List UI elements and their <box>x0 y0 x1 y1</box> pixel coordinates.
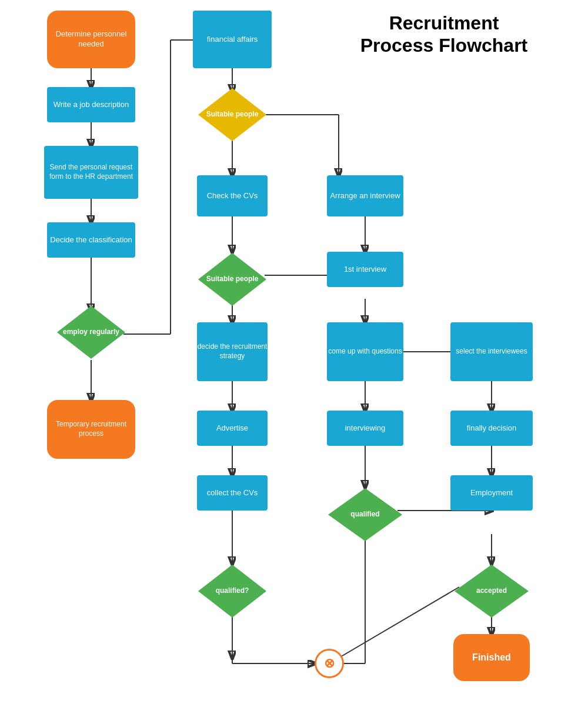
write-job-node: Write a job description <box>47 87 135 122</box>
qualified2-diamond: qualified <box>327 487 403 542</box>
check-cvs-node: Check the CVs <box>197 175 268 216</box>
decide-recruit-node: decide the recruitment strategy <box>197 322 268 381</box>
accepted-diamond: accepted <box>453 563 530 619</box>
suitable2-diamond: Suitable people <box>197 252 268 307</box>
finished-node: Finished <box>453 634 530 681</box>
come-up-node: come up with questions <box>327 322 403 381</box>
employ-diamond: employ regularly <box>56 305 126 360</box>
employment-node: Employment <box>450 475 533 511</box>
select-interviewees-node: select the interviewees <box>450 322 533 381</box>
send-personal-node: Send the personal request form to the HR… <box>44 146 138 199</box>
financial-node: financial affairs <box>193 11 272 68</box>
chart-title: RecruitmentProcess Flowchart <box>318 12 570 57</box>
svg-line-31 <box>329 587 459 663</box>
first-interview-node: 1st interview <box>327 252 403 287</box>
advertise-node: Advertise <box>197 411 268 446</box>
finally-decision-node: finally decision <box>450 411 533 446</box>
circle-x-node: ⊗ <box>315 649 344 678</box>
interviewing-node: interviewing <box>327 411 403 446</box>
decide-class-node: Decide the classification <box>47 222 135 258</box>
determine-node: Determine personnel needed <box>47 11 135 68</box>
flowchart-container: RecruitmentProcess Flowchart <box>0 0 588 717</box>
temp-recruit-node: Temporary recruitment process <box>47 400 135 459</box>
collect-cvs-node: collect the CVs <box>197 475 268 511</box>
arrange-interview-node: Arrange an interview <box>327 175 403 216</box>
qualified1-diamond: qualified? <box>197 563 268 619</box>
suitable1-diamond: Suitable people <box>197 87 268 142</box>
